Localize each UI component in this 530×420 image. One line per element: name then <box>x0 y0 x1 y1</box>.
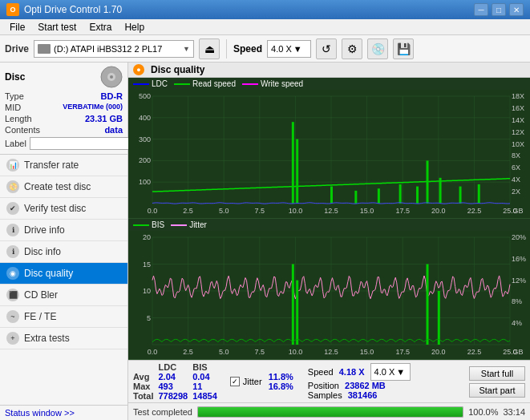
extra-tests-icon: + <box>6 332 19 345</box>
disc-quality-icon: ◉ <box>6 267 19 280</box>
nav-transfer-rate-label: Transfer rate <box>24 160 79 171</box>
left-panel: Disc Type BD-R MID VERBATIMe (000) Lengt <box>0 63 128 420</box>
label-input[interactable] <box>30 137 136 150</box>
drive-select-text: (D:) ATAPI iHBS312 2 PL17 <box>54 44 180 54</box>
nav-create-test-disc-label: Create test disc <box>24 181 91 192</box>
jitter-checkbox[interactable]: ✓ <box>230 377 240 386</box>
disc-mid-row: MID VERBATIMe (000) <box>5 103 123 112</box>
chart-speed-select[interactable]: 4.0 X ▼ <box>370 363 411 381</box>
progress-bar <box>197 406 463 418</box>
speed-value: 4.18 X <box>339 367 365 377</box>
disc-type-row: Type BD-R <box>5 91 123 101</box>
progress-time: 33:14 <box>503 407 525 417</box>
maximize-button[interactable]: □ <box>492 3 506 16</box>
speed-select-value: 4.0 X <box>271 44 292 54</box>
disc-section: Disc Type BD-R MID VERBATIMe (000) Lengt <box>0 63 127 155</box>
jitter-legend-label: Jitter <box>189 220 207 229</box>
type-val: BD-R <box>101 91 123 101</box>
stats-row: LDC BIS Avg 2.04 0.04 Max 493 11 <box>133 362 525 401</box>
fe-te-icon: ~ <box>6 310 19 323</box>
ldc-legend-label: LDC <box>152 79 168 88</box>
main-layout: Disc Type BD-R MID VERBATIMe (000) Lengt <box>0 63 530 420</box>
avg-bis-val: 0.04 <box>192 372 222 382</box>
nav-extra-tests[interactable]: + Extra tests <box>0 328 127 349</box>
progress-percent: 100.0% <box>468 407 498 417</box>
transfer-rate-icon: 📊 <box>6 159 19 172</box>
type-key: Type <box>5 91 24 101</box>
nav-drive-info-label: Drive info <box>24 224 65 236</box>
position-row: Position 23862 MB <box>308 381 411 390</box>
cd-bler-icon: ⬛ <box>6 289 19 301</box>
disc-button[interactable]: 💿 <box>367 38 388 59</box>
title-bar: O Opti Drive Control 1.70 ─ □ ✕ <box>0 0 530 19</box>
nav-verify-test-disc[interactable]: ✔ Verify test disc <box>0 198 127 220</box>
close-button[interactable]: ✕ <box>509 3 524 16</box>
disc-info-icon: ℹ <box>6 245 19 258</box>
max-ldc-val: 493 <box>158 382 192 391</box>
disc-contents-row: Contents data <box>5 125 123 135</box>
nav-disc-quality-label: Disc quality <box>24 268 73 279</box>
jitter-max: 16.8% <box>269 382 293 391</box>
top-legend: LDC Read speed Write speed <box>128 78 530 90</box>
nav-fe-te-label: FE / TE <box>24 311 56 322</box>
bis-header: BIS <box>192 362 222 372</box>
menu-file[interactable]: File <box>3 20 31 34</box>
disc-fields: Type BD-R MID VERBATIMe (000) Length 23.… <box>5 91 123 151</box>
read-speed-legend-color <box>174 83 190 85</box>
settings-button[interactable]: ⚙ <box>342 38 362 59</box>
contents-key: Contents <box>5 125 40 135</box>
status-window-button[interactable]: Status window >> <box>5 408 75 418</box>
bis-legend-color <box>133 224 149 226</box>
nav-disc-quality[interactable]: ◉ Disc quality <box>0 263 127 285</box>
nav-cd-bler[interactable]: ⬛ CD Bler <box>0 285 127 306</box>
stats-panel: LDC BIS Avg 2.04 0.04 Max 493 11 <box>128 360 530 402</box>
toolbar: Drive (D:) ATAPI iHBS312 2 PL17 ▼ ⏏ Spee… <box>0 35 530 63</box>
nav-section: 📊 Transfer rate 📀 Create test disc ✔ Ver… <box>0 155 127 405</box>
nav-disc-info[interactable]: ℹ Disc info <box>0 241 127 263</box>
bis-legend-label: BIS <box>152 220 164 229</box>
write-speed-legend-item: Write speed <box>242 79 303 88</box>
save-button[interactable]: 💾 <box>393 38 414 59</box>
start-part-button[interactable]: Start part <box>469 383 525 398</box>
menu-start-test[interactable]: Start test <box>31 20 83 34</box>
contents-val: data <box>104 125 123 135</box>
bottom-chart-canvas <box>128 231 530 359</box>
title-bar-left: O Opti Drive Control 1.70 <box>6 3 122 16</box>
verify-test-disc-icon: ✔ <box>6 202 19 215</box>
refresh-button[interactable]: ↺ <box>316 38 337 59</box>
jitter-section: ✓ Jitter 11.8% 16.8% <box>230 372 293 391</box>
stats-table: LDC BIS Avg 2.04 0.04 Max 493 11 <box>133 362 222 401</box>
position-value: 23862 MB <box>345 381 386 390</box>
menu-extra[interactable]: Extra <box>83 20 118 34</box>
nav-drive-info[interactable]: ℹ Drive info <box>0 220 127 241</box>
avg-ldc-val: 2.04 <box>158 372 192 382</box>
chart-header: ● Disc quality <box>128 63 530 78</box>
chart-speed-arrow: ▼ <box>396 367 405 377</box>
speed-row: Speed 4.18 X 4.0 X ▼ <box>308 363 411 381</box>
nav-transfer-rate[interactable]: 📊 Transfer rate <box>0 155 127 176</box>
disc-title: Disc <box>5 71 25 83</box>
chart-speed-select-val: 4.0 X <box>374 367 395 377</box>
ldc-header: LDC <box>158 362 192 372</box>
read-speed-legend-item: Read speed <box>174 79 236 88</box>
app-title: Opti Drive Control 1.70 <box>24 4 122 15</box>
drive-select[interactable]: (D:) ATAPI iHBS312 2 PL17 ▼ <box>34 40 194 58</box>
nav-create-test-disc[interactable]: 📀 Create test disc <box>0 176 127 198</box>
menu-bar: File Start test Extra Help <box>0 19 530 35</box>
drive-label: Drive <box>5 43 29 55</box>
eject-button[interactable]: ⏏ <box>199 38 220 59</box>
charts-container: BIS Jitter <box>128 90 530 360</box>
mid-key: MID <box>5 103 21 112</box>
nav-fe-te[interactable]: ~ FE / TE <box>0 306 127 328</box>
disc-length-row: Length 23.31 GB <box>5 114 123 123</box>
menu-help[interactable]: Help <box>118 20 151 34</box>
start-full-button[interactable]: Start full <box>469 366 525 381</box>
jitter-legend-color <box>171 224 187 226</box>
mid-val: VERBATIMe (000) <box>63 103 123 112</box>
speed-select[interactable]: 4.0 X ▼ <box>267 40 311 58</box>
nav-cd-bler-label: CD Bler <box>24 289 58 301</box>
ldc-legend-item: LDC <box>133 79 168 88</box>
max-bis-val: 11 <box>192 382 222 391</box>
drive-icon <box>38 44 51 54</box>
minimize-button[interactable]: ─ <box>474 3 488 16</box>
